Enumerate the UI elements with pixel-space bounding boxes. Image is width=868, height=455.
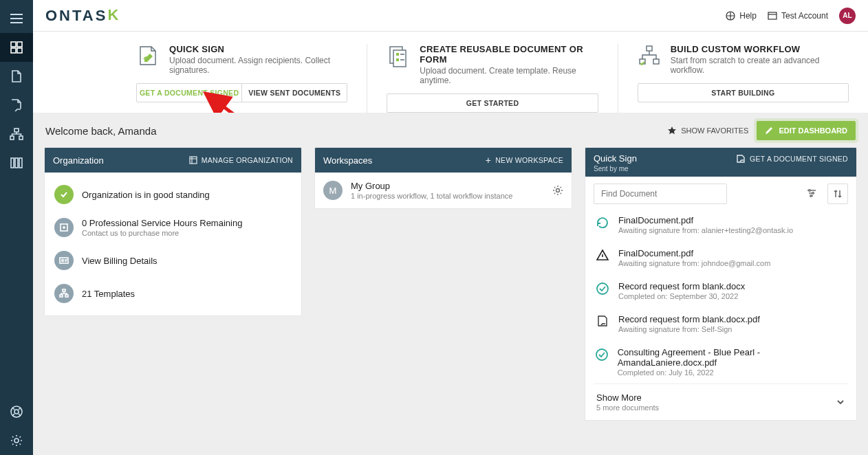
logo-text: ONTAS bbox=[45, 7, 107, 24]
document-row[interactable]: FinalDocument.pdfAwaiting signature from… bbox=[594, 241, 848, 274]
svg-rect-7 bbox=[11, 158, 14, 168]
document-title: Consulting Agreement - Blue Pearl - Aman… bbox=[618, 347, 847, 368]
new-workspace-button[interactable]: + NEW WORKSPACE bbox=[486, 156, 563, 164]
show-more-subtitle: 5 more documents bbox=[596, 403, 659, 412]
account-link[interactable]: Test Account bbox=[768, 11, 828, 21]
edit-dashboard-button[interactable]: EDIT DASHBOARD bbox=[757, 121, 856, 140]
org-item-title: Organization is in good standing bbox=[82, 190, 210, 200]
org-chart-icon[interactable] bbox=[0, 120, 33, 148]
svg-point-11 bbox=[14, 410, 19, 414]
org-item[interactable]: Organization is in good standing bbox=[45, 178, 301, 211]
main: Welcome back, Amanda SHOW FAVORITES EDIT… bbox=[33, 113, 868, 455]
show-more-button[interactable]: Show More 5 more documents bbox=[594, 384, 848, 420]
logo: ONTASK bbox=[45, 7, 120, 25]
card-workflow: BUILD CUSTOM WORKFLOW Start from scratch… bbox=[638, 44, 849, 113]
document-title: Record request form blank.docx bbox=[618, 281, 745, 291]
svg-rect-17 bbox=[396, 53, 399, 56]
svg-rect-5 bbox=[10, 136, 14, 140]
svg-point-12 bbox=[14, 439, 19, 443]
show-more-title: Show More bbox=[596, 392, 659, 403]
menu-icon[interactable] bbox=[0, 4, 33, 33]
svg-rect-21 bbox=[653, 59, 659, 64]
document-subtitle: Awaiting signature from: alanier+testing… bbox=[618, 226, 793, 234]
avatar-initials: AL bbox=[843, 12, 851, 19]
view-sent-documents-button[interactable]: VIEW SENT DOCUMENTS bbox=[242, 83, 347, 102]
chevron-down-icon bbox=[836, 397, 845, 407]
quick-sign-icon bbox=[136, 44, 160, 67]
card-subtitle: Upload document. Assign recipients. Coll… bbox=[169, 56, 347, 75]
svg-point-30 bbox=[556, 189, 560, 192]
document-row[interactable]: Record request form blank.docx.pdfAwaiti… bbox=[594, 307, 848, 340]
card-subtitle: Start from scratch to create an advanced… bbox=[671, 56, 849, 75]
get-document-signed-label: GET A DOCUMENT SIGNED bbox=[750, 155, 848, 163]
card-title: QUICK SIGN bbox=[169, 44, 347, 54]
svg-rect-9 bbox=[19, 158, 22, 168]
workspaces-panel: Workspaces + NEW WORKSPACE MMy Group1 in… bbox=[314, 147, 572, 209]
reusable-doc-icon bbox=[387, 44, 410, 67]
svg-rect-16 bbox=[393, 50, 406, 67]
status-icon bbox=[595, 347, 609, 362]
divider bbox=[367, 44, 367, 113]
manage-organization-label: MANAGE ORGANIZATION bbox=[202, 156, 293, 164]
document-row[interactable]: Record request form blank.docxCompleted … bbox=[594, 274, 848, 307]
get-started-button[interactable]: GET STARTED bbox=[387, 93, 598, 113]
check-icon bbox=[54, 185, 74, 204]
get-document-signed-button[interactable]: GET A DOCUMENT SIGNED bbox=[136, 83, 242, 102]
hours-icon bbox=[54, 218, 74, 237]
document-title: FinalDocument.pdf bbox=[618, 215, 793, 225]
logo-accent: K bbox=[107, 6, 120, 24]
topbar: ONTASK Help Test Account AL bbox=[33, 0, 868, 32]
quick-sign-panel: Quick Sign GET A DOCUMENT SIGNED Sent by… bbox=[585, 147, 857, 421]
edit-dashboard-label: EDIT DASHBOARD bbox=[779, 126, 847, 135]
svg-rect-6 bbox=[19, 136, 23, 140]
svg-rect-2 bbox=[11, 48, 16, 53]
show-favorites-button[interactable]: SHOW FAVORITES bbox=[667, 126, 748, 135]
left-rail bbox=[0, 0, 33, 455]
status-icon bbox=[595, 281, 610, 296]
svg-point-31 bbox=[809, 190, 811, 192]
svg-point-26 bbox=[62, 260, 64, 262]
svg-rect-14 bbox=[768, 12, 777, 19]
document-row[interactable]: Consulting Agreement - Blue Pearl - Aman… bbox=[594, 340, 848, 384]
card-reusable: CREATE REUSABLE DOCUMENT OR FORM Upload … bbox=[387, 44, 598, 113]
org-item[interactable]: 21 Templates bbox=[45, 277, 301, 310]
svg-rect-29 bbox=[65, 295, 68, 297]
svg-rect-1 bbox=[17, 42, 22, 47]
manage-organization-button[interactable]: MANAGE ORGANIZATION bbox=[189, 156, 293, 164]
card-subtitle: Upload document. Create template. Reuse … bbox=[420, 66, 598, 85]
billing-icon bbox=[54, 251, 74, 270]
settings-icon[interactable] bbox=[0, 426, 33, 455]
svg-rect-0 bbox=[11, 42, 16, 47]
status-icon bbox=[595, 314, 610, 327]
documents-icon[interactable] bbox=[0, 62, 33, 91]
org-item[interactable]: 0 Professional Service Hours RemainingCo… bbox=[45, 211, 301, 244]
card-title: CREATE REUSABLE DOCUMENT OR FORM bbox=[420, 44, 598, 65]
svg-rect-27 bbox=[63, 289, 65, 291]
avatar[interactable]: AL bbox=[839, 8, 856, 24]
show-favorites-label: SHOW FAVORITES bbox=[681, 126, 748, 135]
support-icon[interactable] bbox=[0, 397, 33, 426]
document-row[interactable]: FinalDocument.pdfAwaiting signature from… bbox=[594, 208, 848, 241]
organization-panel: Organization MANAGE ORGANIZATION Organiz… bbox=[44, 147, 302, 316]
org-item[interactable]: View Billing Details bbox=[45, 244, 301, 277]
divider bbox=[618, 44, 618, 113]
org-item-subtitle: Contact us to purchase more bbox=[82, 229, 242, 237]
get-document-signed-link[interactable]: GET A DOCUMENT SIGNED bbox=[736, 155, 848, 163]
help-link[interactable]: Help bbox=[726, 11, 757, 21]
panel-title: Workspaces bbox=[323, 155, 372, 166]
columns-icon[interactable] bbox=[0, 148, 33, 177]
welcome-text: Welcome back, Amanda bbox=[45, 125, 156, 137]
panel-title: Quick Sign bbox=[594, 153, 637, 164]
sort-button[interactable] bbox=[827, 184, 848, 204]
status-icon bbox=[595, 248, 610, 263]
org-item-title: View Billing Details bbox=[82, 256, 158, 266]
dashboard-icon[interactable] bbox=[0, 33, 33, 62]
sign-icon[interactable] bbox=[0, 91, 33, 120]
gear-icon[interactable] bbox=[552, 185, 563, 196]
find-document-input[interactable] bbox=[594, 184, 727, 204]
workspace-item[interactable]: MMy Group1 in-progress workflow, 1 total… bbox=[323, 181, 563, 200]
start-building-button[interactable]: START BUILDING bbox=[638, 83, 849, 102]
help-label: Help bbox=[739, 11, 757, 21]
filter-icon[interactable] bbox=[807, 188, 816, 198]
new-workspace-label: NEW WORKSPACE bbox=[495, 156, 563, 164]
